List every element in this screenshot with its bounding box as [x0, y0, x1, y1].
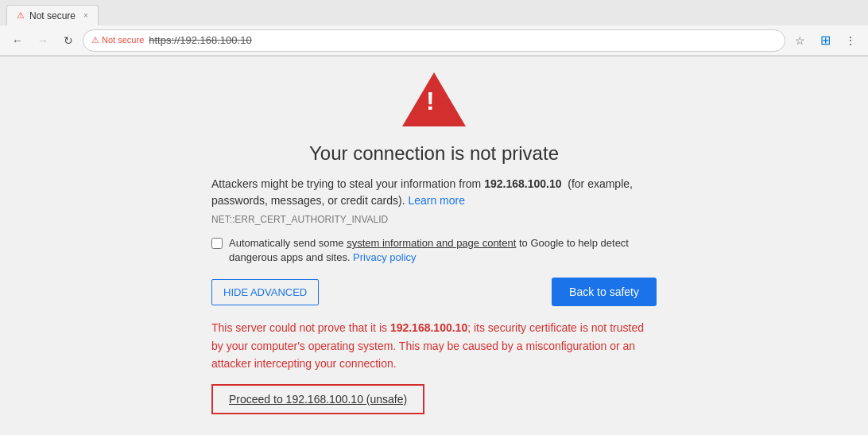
refresh-button[interactable]: ↻: [57, 29, 79, 52]
button-row: HIDE ADVANCED Back to safety: [211, 278, 657, 306]
browser-chrome: ⚠ Not secure × ← → ↻ ⚠ Not secure https:…: [0, 0, 868, 56]
warning-triangle-icon: [402, 72, 466, 126]
menu-button[interactable]: ⋮: [839, 29, 862, 52]
advanced-text: This server could not prove that it is 1…: [211, 319, 657, 372]
tab-favicon-icon: ⚠: [17, 10, 25, 21]
address-bar[interactable]: ⚠ Not secure https://192.168.100.10: [83, 29, 785, 52]
warning-icon-wrap: [402, 72, 466, 130]
bookmark-button[interactable]: ☆: [789, 29, 811, 52]
nav-bar: ← → ↻ ⚠ Not secure https://192.168.100.1…: [0, 25, 868, 56]
privacy-policy-link[interactable]: Privacy policy: [353, 251, 416, 263]
page-content: Your connection is not private Attackers…: [0, 56, 868, 435]
back-button[interactable]: ←: [6, 29, 29, 52]
advanced-text-part1: This server could not prove that it is: [211, 321, 390, 334]
tab-title: Not secure: [29, 10, 76, 21]
content-box: Attackers might be trying to steal your …: [211, 176, 657, 414]
system-info-link[interactable]: system information and page content: [347, 237, 516, 249]
description-part1: Attackers might be trying to steal your …: [211, 177, 484, 190]
proceed-link-wrap: Proceed to 192.168.100.10 (unsafe): [211, 384, 424, 414]
url-display: https://192.168.100.10: [149, 34, 251, 46]
nav-right-buttons: ☆ ⊞ ⋮: [789, 29, 862, 52]
send-info-checkbox[interactable]: [211, 238, 223, 249]
description-host: 192.168.100.10: [484, 177, 561, 190]
description-text: Attackers might be trying to steal your …: [211, 176, 657, 209]
page-title: Your connection is not private: [309, 142, 559, 165]
checkbox-row: Automatically send some system informati…: [211, 236, 657, 265]
tab-bar: ⚠ Not secure ×: [0, 0, 868, 25]
hide-advanced-button[interactable]: HIDE ADVANCED: [211, 279, 319, 305]
security-warning-label: ⚠ Not secure: [91, 35, 144, 45]
advanced-host: 192.168.100.10: [390, 321, 467, 334]
proceed-link[interactable]: Proceed to 192.168.100.10 (unsafe): [229, 393, 407, 406]
checkbox-label: Automatically send some system informati…: [229, 236, 657, 265]
back-to-safety-button[interactable]: Back to safety: [552, 278, 657, 306]
tab-close-button[interactable]: ×: [83, 11, 88, 20]
learn-more-link[interactable]: Learn more: [408, 194, 465, 207]
forward-button[interactable]: →: [32, 29, 54, 52]
error-code: NET::ERR_CERT_AUTHORITY_INVALID: [211, 214, 657, 225]
browser-tab[interactable]: ⚠ Not secure ×: [6, 5, 99, 25]
checkbox-text-before: Automatically send some: [229, 237, 347, 249]
windows-button[interactable]: ⊞: [814, 29, 836, 52]
